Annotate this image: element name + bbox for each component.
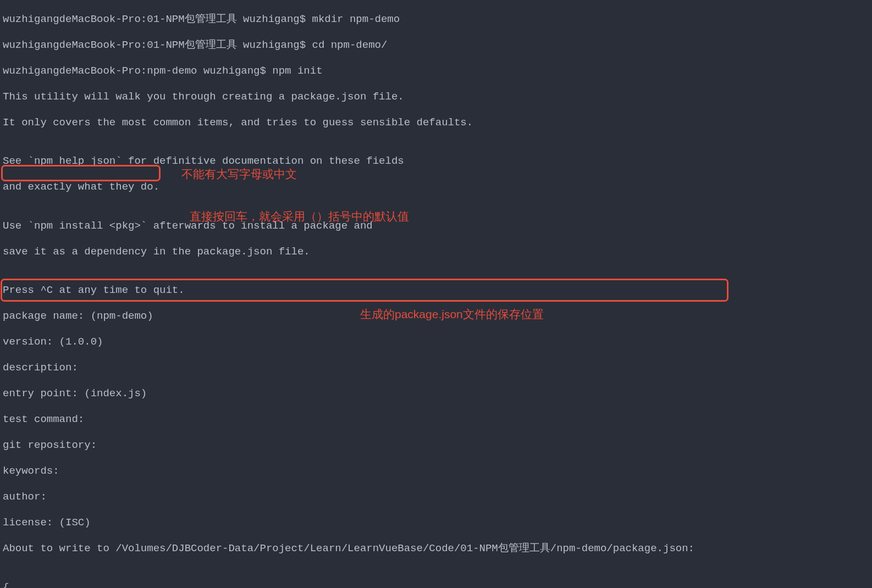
output-line: See `npm help json` for definitive docum… [3, 155, 869, 168]
annotation-text-2: 直接按回车，就会采用（）括号中的默认值 [190, 210, 409, 223]
host: wuzhigangdeMacBook-Pro [3, 39, 141, 51]
output-line: and exactly what they do. [3, 181, 869, 194]
user: wuzhigang [243, 39, 300, 51]
cmd: cd npm-demo/ [312, 39, 388, 51]
output-line: save it as a dependency in the package.j… [3, 246, 869, 259]
user: wuzhigang [243, 13, 300, 25]
prompt-line-3: wuzhigangdeMacBook-Pro:npm-demo wuzhigan… [3, 65, 869, 78]
output-line-license: license: (ISC) [3, 517, 869, 530]
host: wuzhigangdeMacBook-Pro [3, 65, 141, 77]
annotation-text-1: 不能有大写字母或中文 [181, 168, 297, 181]
output-line-entry-point: entry point: (index.js) [3, 387, 869, 401]
output-line: Use `npm install <pkg>` afterwards to in… [3, 220, 869, 233]
output-line: This utility will walk you through creat… [3, 91, 869, 104]
output-line-git-repository: git repository: [3, 439, 869, 452]
output-line-description: description: [3, 362, 869, 375]
cmd: npm init [272, 65, 322, 77]
terminal-output[interactable]: wuzhigangdeMacBook-Pro:01-NPM包管理工具 wuzhi… [0, 0, 872, 588]
annotation-text-3: 生成的package.json文件的保存位置 [360, 308, 544, 321]
output-line-about-to-write: About to write to /Volumes/DJBCoder-Data… [3, 542, 869, 556]
host: wuzhigangdeMacBook-Pro [3, 13, 141, 25]
prompt-line-2: wuzhigangdeMacBook-Pro:01-NPM包管理工具 wuzhi… [3, 39, 869, 52]
output-line-keywords: keywords: [3, 465, 869, 478]
prompt-line-1: wuzhigangdeMacBook-Pro:01-NPM包管理工具 wuzhi… [3, 13, 869, 26]
user: wuzhigang [203, 65, 260, 77]
output-line-author: author: [3, 491, 869, 504]
output-line-test-command: test command: [3, 413, 869, 426]
output-line: Press ^C at any time to quit. [3, 284, 869, 297]
output-line-version: version: (1.0.0) [3, 336, 869, 349]
dir: 01-NPM包管理工具 [147, 39, 236, 51]
dir: 01-NPM包管理工具 [147, 13, 236, 25]
dir: npm-demo [147, 65, 197, 77]
output-line: It only covers the most common items, an… [3, 117, 869, 130]
output-line-json: { [3, 581, 869, 589]
cmd: mkdir npm-demo [312, 13, 400, 25]
